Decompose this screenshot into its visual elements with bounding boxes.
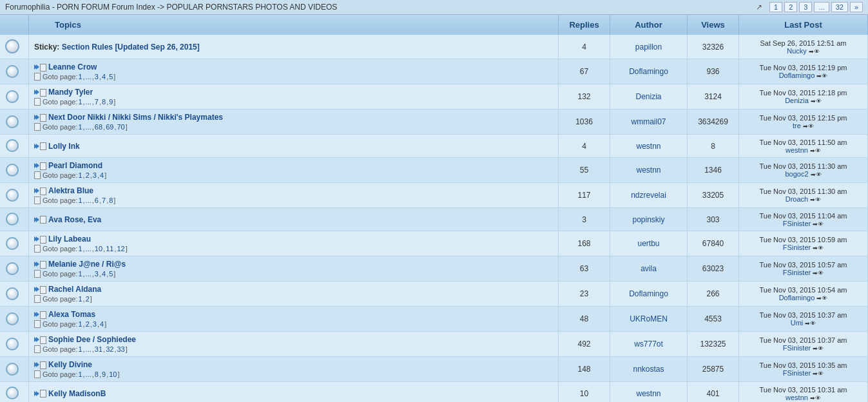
last-post-user-link[interactable]: Droach (786, 195, 808, 203)
page-link[interactable]: 1 (78, 196, 82, 204)
topic-title-link[interactable]: Lily Labeau (48, 235, 91, 244)
topic-title-link[interactable]: Melanie J@ne / Ri@s (48, 260, 126, 269)
page-link[interactable]: 2 (86, 295, 90, 303)
author-link[interactable]: Denizia (635, 92, 661, 101)
topic-title-link[interactable]: Pearl Diamond (48, 161, 102, 170)
topic-title-link[interactable]: Alexa Tomas (48, 310, 95, 319)
page-link[interactable]: 2 (86, 171, 90, 179)
page-link[interactable]: ... (86, 270, 92, 278)
last-post-user-link[interactable]: FSinister (783, 220, 811, 227)
author-link[interactable]: popinskiy (632, 215, 664, 224)
page-link[interactable]: 1 (78, 320, 82, 328)
page-link[interactable]: 4 (102, 73, 106, 81)
page-link[interactable]: ... (86, 123, 92, 131)
page-link[interactable]: 1 (78, 98, 82, 106)
author-link[interactable]: Doflamingo (629, 67, 668, 76)
page-link[interactable]: 9 (109, 98, 113, 106)
last-post-user-link[interactable]: Doflamingo (779, 72, 815, 79)
last-post-user-link[interactable]: Nucky (787, 47, 807, 55)
page-link[interactable]: 1 (78, 345, 82, 353)
topic-title-link[interactable]: Lolly Ink (48, 142, 80, 151)
page-btn-next[interactable]: » (850, 2, 863, 12)
last-post-user-link[interactable]: FSinister (783, 369, 811, 377)
author-link[interactable]: papillon (635, 43, 662, 52)
page-link[interactable]: ... (86, 98, 92, 106)
topic-title-link[interactable]: Kelly Divine (48, 360, 92, 369)
last-post-user-link[interactable]: Denizia (785, 97, 809, 104)
topic-title-link[interactable]: Next Door Nikki / Nikki Sims / Nikki's P… (48, 113, 223, 122)
page-link[interactable]: 10 (109, 370, 117, 378)
page-link[interactable]: 3 (93, 171, 97, 179)
page-link[interactable]: 68 (95, 123, 102, 131)
last-post-user-link[interactable]: westnn (786, 394, 808, 401)
page-btn-1[interactable]: 1 (769, 2, 782, 12)
page-btn-32[interactable]: 32 (831, 2, 848, 12)
last-post-user-link[interactable]: bogoc2 (785, 170, 808, 178)
page-link[interactable]: 8 (95, 370, 99, 378)
author-link[interactable]: nnkostas (633, 365, 664, 374)
topic-title-link[interactable]: Ava Rose, Eva (48, 215, 101, 224)
last-post-user-link[interactable]: Umi (791, 319, 804, 327)
page-link[interactable]: 3 (95, 73, 99, 81)
page-link[interactable]: 32 (106, 345, 113, 353)
page-link[interactable]: 1 (78, 245, 82, 253)
author-link[interactable]: UKRoMEN (630, 314, 668, 323)
page-link[interactable]: 3 (95, 270, 99, 278)
topic-title-link[interactable]: Mandy Tyler (48, 88, 93, 97)
page-link[interactable]: 7 (102, 196, 106, 204)
topic-title-link[interactable]: Section Rules [Updated Sep 26, 2015] (62, 43, 200, 52)
page-link[interactable]: ... (86, 196, 92, 204)
last-post-user-link[interactable]: tre (793, 122, 801, 129)
page-link[interactable]: ... (86, 345, 92, 353)
last-post-user-link[interactable]: FSinister (783, 244, 811, 251)
page-link[interactable]: 6 (95, 196, 99, 204)
page-link[interactable]: 4 (102, 270, 106, 278)
author-link[interactable]: westnn (636, 142, 661, 151)
author-link[interactable]: westnn (636, 166, 661, 175)
page-link[interactable]: 11 (106, 245, 113, 253)
page-link[interactable]: 31 (95, 345, 102, 353)
page-link[interactable]: 3 (93, 320, 97, 328)
author-link[interactable]: wmmail07 (631, 117, 666, 126)
page-link[interactable]: 12 (117, 245, 124, 253)
page-link[interactable]: 5 (109, 270, 113, 278)
page-link[interactable]: 7 (95, 98, 99, 106)
page-link[interactable]: ... (86, 370, 92, 378)
page-link[interactable]: 8 (102, 98, 106, 106)
page-link[interactable]: 1 (78, 73, 82, 81)
page-btn-3[interactable]: 3 (799, 2, 812, 12)
page-link[interactable]: 1 (78, 370, 82, 378)
page-link[interactable]: 70 (117, 123, 124, 131)
page-link[interactable]: 1 (78, 295, 82, 303)
topic-title-link[interactable]: Rachel Aldana (48, 285, 101, 294)
page-link[interactable]: 4 (100, 171, 104, 179)
page-link[interactable]: 69 (106, 123, 113, 131)
topic-title-link[interactable]: Kelly MadisonB (48, 389, 106, 398)
page-link[interactable]: 1 (78, 270, 82, 278)
last-post-user-link[interactable]: FSinister (783, 269, 811, 276)
page-link[interactable]: 8 (109, 196, 113, 204)
page-link[interactable]: 33 (117, 345, 124, 353)
topic-title-link[interactable]: Sophie Dee / Sophiedee (48, 335, 136, 344)
author-link[interactable]: westnn (636, 389, 661, 398)
author-link[interactable]: ndzrevelai (631, 191, 666, 200)
page-link[interactable]: 10 (95, 245, 102, 253)
author-link[interactable]: Doflamingo (629, 289, 668, 298)
last-post-user-link[interactable]: FSinister (783, 344, 811, 352)
page-link[interactable]: 5 (109, 73, 113, 81)
last-post-user-link[interactable]: westnn (786, 146, 808, 154)
author-link[interactable]: ws777ot (634, 340, 663, 349)
page-link[interactable]: ... (86, 245, 92, 253)
last-post-user-link[interactable]: Doflamingo (779, 294, 815, 302)
page-link[interactable]: ... (86, 73, 92, 81)
page-link[interactable]: 2 (86, 320, 90, 328)
page-link[interactable]: 4 (100, 320, 104, 328)
topic-title-link[interactable]: Leanne Crow (48, 62, 97, 72)
author-link[interactable]: uertbu (637, 239, 659, 248)
page-btn-2[interactable]: 2 (784, 2, 797, 12)
author-link[interactable]: avila (641, 264, 657, 273)
page-link[interactable]: 1 (78, 123, 82, 131)
topic-title-link[interactable]: Alektra Blue (48, 186, 93, 195)
page-link[interactable]: 1 (78, 171, 82, 179)
page-link[interactable]: 9 (102, 370, 106, 378)
